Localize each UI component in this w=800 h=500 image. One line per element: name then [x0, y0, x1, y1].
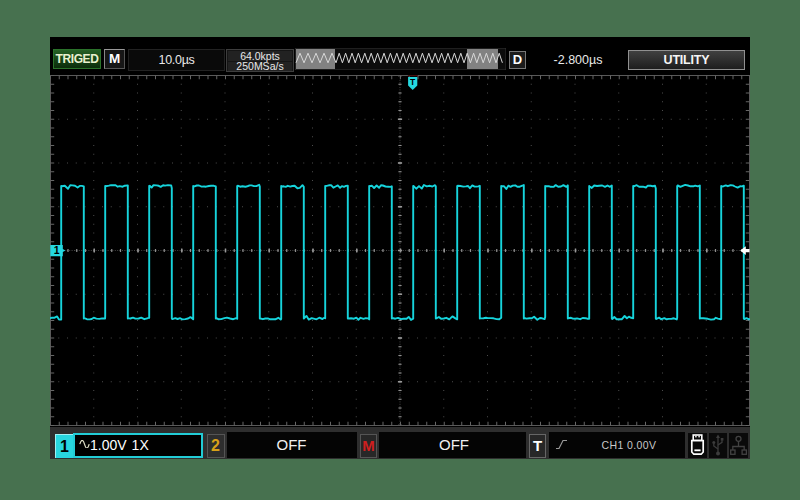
svg-text:T: T	[410, 77, 416, 87]
svg-text:1: 1	[54, 244, 60, 256]
